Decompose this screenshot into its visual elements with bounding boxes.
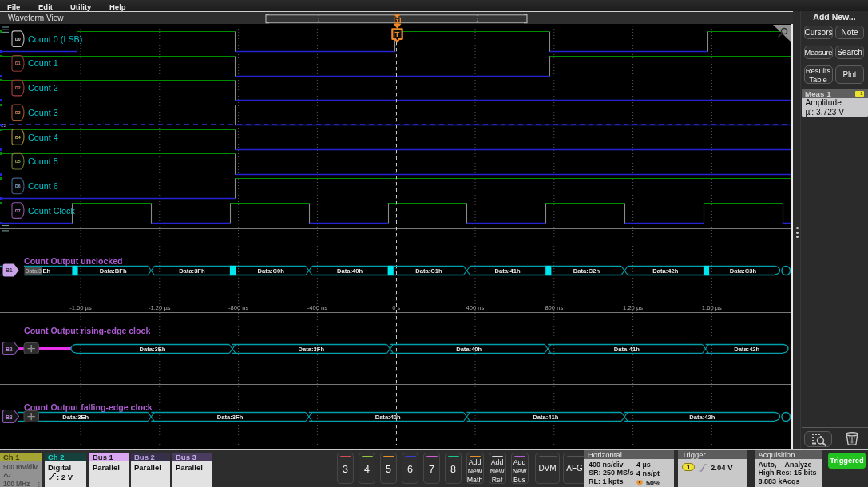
- svg-text:Data:40h: Data:40h: [337, 267, 363, 275]
- svg-text:B2: B2: [6, 346, 13, 352]
- svg-text:-1.60 µs: -1.60 µs: [69, 304, 92, 311]
- svg-text:Data:C3h: Data:C3h: [730, 267, 757, 275]
- svg-text:Data:3Eh: Data:3Eh: [62, 414, 89, 421]
- svg-text:D0: D0: [15, 37, 21, 42]
- svg-text:D3: D3: [15, 110, 21, 115]
- svg-text:Data:41h: Data:41h: [533, 414, 558, 421]
- svg-text:Data:40h: Data:40h: [456, 346, 482, 353]
- svg-text:T: T: [394, 30, 399, 38]
- svg-text:B1: B1: [6, 267, 13, 273]
- svg-text:Data:3Fh: Data:3Fh: [179, 267, 205, 275]
- svg-text:-400 ns: -400 ns: [307, 304, 328, 311]
- svg-text:Data:C0h: Data:C0h: [258, 267, 285, 275]
- svg-text:1.60 µs: 1.60 µs: [702, 304, 722, 311]
- svg-text:Data:42h: Data:42h: [689, 414, 715, 421]
- svg-text:-1.20 µs: -1.20 µs: [149, 304, 171, 311]
- svg-text:Count 0 (LSB): Count 0 (LSB): [28, 34, 82, 44]
- svg-text:D1: D1: [15, 61, 21, 65]
- svg-text:Data:41h: Data:41h: [495, 267, 521, 275]
- svg-text:D5: D5: [15, 159, 21, 164]
- svg-text:Data:3Fh: Data:3Fh: [217, 414, 244, 421]
- svg-text:Data:40h: Data:40h: [375, 414, 401, 421]
- svg-text:Data:3: Data:3: [26, 267, 42, 275]
- svg-text:Data:41h: Data:41h: [614, 346, 640, 353]
- svg-text:Data:C2h: Data:C2h: [573, 267, 600, 275]
- svg-text:Eh: Eh: [43, 267, 51, 275]
- svg-text:B3: B3: [6, 414, 13, 420]
- svg-text:Data:42h: Data:42h: [734, 346, 759, 353]
- svg-text:D7: D7: [15, 208, 21, 213]
- svg-text:Count 2: Count 2: [28, 83, 58, 93]
- svg-text:Count Output unclocked: Count Output unclocked: [24, 256, 123, 266]
- svg-text:800 ns: 800 ns: [545, 304, 563, 311]
- svg-text:Data:3Fh: Data:3Fh: [299, 346, 325, 353]
- svg-text:Data:BFh: Data:BFh: [100, 267, 127, 275]
- svg-text:0 s: 0 s: [392, 304, 400, 311]
- svg-text:1.20 µs: 1.20 µs: [623, 304, 643, 311]
- svg-text:D2: D2: [15, 85, 21, 90]
- svg-text:D6: D6: [15, 184, 21, 188]
- svg-text:400 ns: 400 ns: [466, 304, 485, 311]
- svg-text:Count Output rising-edge clock: Count Output rising-edge clock: [24, 326, 150, 335]
- svg-text:Count Clock: Count Clock: [28, 206, 75, 216]
- svg-text:-800 ns: -800 ns: [228, 304, 249, 311]
- svg-text:Data:3Eh: Data:3Eh: [140, 346, 166, 353]
- svg-text:Count 3: Count 3: [28, 108, 58, 117]
- svg-text:Count 4: Count 4: [28, 133, 58, 142]
- svg-text:Count 6: Count 6: [28, 181, 58, 191]
- svg-text:T: T: [396, 18, 399, 23]
- svg-text:Count 1: Count 1: [28, 58, 58, 68]
- svg-text:Count 5: Count 5: [28, 156, 58, 166]
- svg-text:D4: D4: [15, 135, 21, 140]
- svg-text:Data:42h: Data:42h: [652, 267, 678, 275]
- svg-text:Data:C1h: Data:C1h: [415, 267, 442, 275]
- svg-text:Count Output falling-edge cloc: Count Output falling-edge clock: [24, 402, 153, 412]
